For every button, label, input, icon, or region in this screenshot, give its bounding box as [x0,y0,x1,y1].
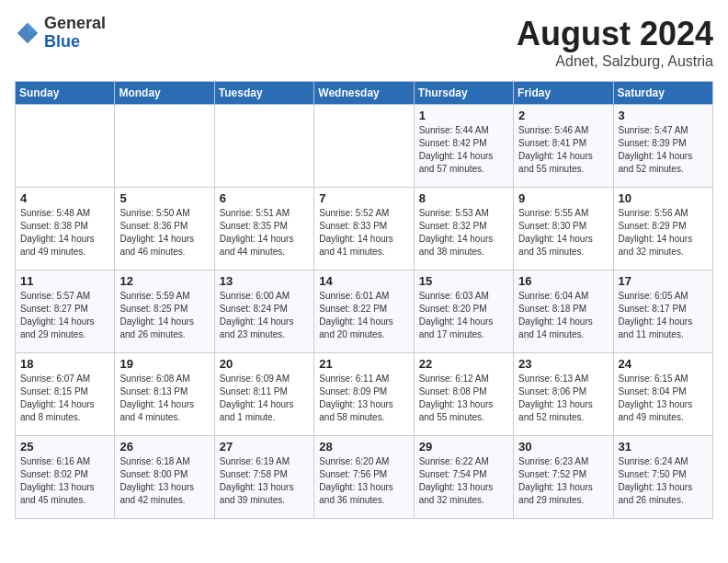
calendar-cell: 8Sunrise: 5:53 AM Sunset: 8:32 PM Daylig… [414,188,513,270]
day-number: 14 [319,274,408,288]
day-number: 7 [319,191,408,205]
calendar-cell: 29Sunrise: 6:22 AM Sunset: 7:54 PM Dayli… [414,436,513,519]
day-info: Sunrise: 6:22 AM Sunset: 7:54 PM Dayligh… [419,455,508,507]
day-info: Sunrise: 6:04 AM Sunset: 8:18 PM Dayligh… [518,290,608,341]
day-number: 26 [119,440,209,454]
calendar-cell: 11Sunrise: 5:57 AM Sunset: 8:27 PM Dayli… [16,270,115,353]
day-info: Sunrise: 5:56 AM Sunset: 8:29 PM Dayligh… [619,207,708,259]
calendar-cell: 9Sunrise: 5:55 AM Sunset: 8:30 PM Daylig… [514,188,613,270]
day-number: 29 [419,440,508,454]
title-block: August 2024 Adnet, Salzburg, Austria [517,15,713,70]
logo-icon [15,20,40,46]
calendar-cell: 18Sunrise: 6:07 AM Sunset: 8:15 PM Dayli… [16,353,115,436]
day-info: Sunrise: 5:53 AM Sunset: 8:32 PM Dayligh… [419,207,508,259]
calendar-cell [314,105,414,188]
week-row-1: 1Sunrise: 5:44 AM Sunset: 8:42 PM Daylig… [16,105,713,188]
day-number: 17 [619,274,708,288]
calendar-table: SundayMondayTuesdayWednesdayThursdayFrid… [15,81,713,519]
day-info: Sunrise: 6:19 AM Sunset: 7:58 PM Dayligh… [220,455,309,507]
day-info: Sunrise: 6:01 AM Sunset: 8:22 PM Dayligh… [319,290,408,341]
calendar-cell: 15Sunrise: 6:03 AM Sunset: 8:20 PM Dayli… [414,270,513,353]
calendar-cell: 21Sunrise: 6:11 AM Sunset: 8:09 PM Dayli… [314,353,414,436]
day-number: 30 [518,440,608,454]
weekday-header-friday: Friday [514,82,613,105]
day-info: Sunrise: 5:57 AM Sunset: 8:27 PM Dayligh… [20,290,109,341]
day-info: Sunrise: 6:11 AM Sunset: 8:09 PM Dayligh… [319,373,408,424]
day-info: Sunrise: 6:09 AM Sunset: 8:11 PM Dayligh… [220,373,309,424]
day-number: 4 [20,191,109,205]
day-info: Sunrise: 6:20 AM Sunset: 7:56 PM Dayligh… [319,455,408,507]
calendar-cell: 1Sunrise: 5:44 AM Sunset: 8:42 PM Daylig… [414,105,513,188]
day-info: Sunrise: 5:51 AM Sunset: 8:35 PM Dayligh… [220,207,309,259]
day-number: 12 [119,274,209,288]
calendar-cell: 17Sunrise: 6:05 AM Sunset: 8:17 PM Dayli… [613,270,712,353]
calendar-cell: 2Sunrise: 5:46 AM Sunset: 8:41 PM Daylig… [514,105,613,188]
weekday-header-wednesday: Wednesday [314,82,414,105]
calendar-cell: 7Sunrise: 5:52 AM Sunset: 8:33 PM Daylig… [314,188,414,270]
day-number: 22 [419,357,508,371]
calendar-cell: 4Sunrise: 5:48 AM Sunset: 8:38 PM Daylig… [16,188,115,270]
week-row-5: 25Sunrise: 6:16 AM Sunset: 8:02 PM Dayli… [16,436,713,519]
weekday-header-saturday: Saturday [613,82,712,105]
calendar-cell: 19Sunrise: 6:08 AM Sunset: 8:13 PM Dayli… [115,353,214,436]
day-number: 28 [319,440,408,454]
weekday-header-tuesday: Tuesday [214,82,313,105]
day-number: 18 [20,357,109,371]
calendar-cell: 28Sunrise: 6:20 AM Sunset: 7:56 PM Dayli… [314,436,414,519]
calendar-cell: 3Sunrise: 5:47 AM Sunset: 8:39 PM Daylig… [613,105,712,188]
calendar-cell: 24Sunrise: 6:15 AM Sunset: 8:04 PM Dayli… [613,353,712,436]
day-number: 16 [518,274,608,288]
weekday-header-monday: Monday [115,82,214,105]
day-info: Sunrise: 6:24 AM Sunset: 7:50 PM Dayligh… [619,455,708,507]
day-number: 9 [518,191,608,205]
day-info: Sunrise: 6:16 AM Sunset: 8:02 PM Dayligh… [20,455,109,507]
day-number: 2 [518,109,608,122]
calendar-cell: 13Sunrise: 6:00 AM Sunset: 8:24 PM Dayli… [214,270,313,353]
day-number: 5 [119,191,209,205]
day-info: Sunrise: 5:52 AM Sunset: 8:33 PM Dayligh… [319,207,408,259]
day-number: 27 [220,440,309,454]
day-info: Sunrise: 5:47 AM Sunset: 8:39 PM Dayligh… [619,124,708,176]
calendar-cell [115,105,214,188]
day-number: 10 [619,191,708,205]
day-info: Sunrise: 6:15 AM Sunset: 8:04 PM Dayligh… [619,373,708,424]
logo-text: General Blue [44,15,106,52]
calendar-cell: 25Sunrise: 6:16 AM Sunset: 8:02 PM Dayli… [16,436,115,519]
day-number: 23 [518,357,608,371]
svg-marker-1 [28,23,38,33]
day-info: Sunrise: 6:13 AM Sunset: 8:06 PM Dayligh… [518,373,608,424]
day-number: 31 [619,440,708,454]
calendar-cell: 10Sunrise: 5:56 AM Sunset: 8:29 PM Dayli… [613,188,712,270]
day-info: Sunrise: 6:00 AM Sunset: 8:24 PM Dayligh… [220,290,309,341]
calendar-cell: 23Sunrise: 6:13 AM Sunset: 8:06 PM Dayli… [514,353,613,436]
day-info: Sunrise: 5:48 AM Sunset: 8:38 PM Dayligh… [20,207,109,259]
calendar-cell: 20Sunrise: 6:09 AM Sunset: 8:11 PM Dayli… [214,353,313,436]
day-info: Sunrise: 6:23 AM Sunset: 7:52 PM Dayligh… [518,455,608,507]
day-number: 1 [419,109,508,122]
day-number: 24 [619,357,708,371]
day-info: Sunrise: 6:08 AM Sunset: 8:13 PM Dayligh… [119,373,209,424]
page-header: General Blue August 2024 Adnet, Salzburg… [15,15,713,70]
day-info: Sunrise: 6:12 AM Sunset: 8:08 PM Dayligh… [419,373,508,424]
day-number: 21 [319,357,408,371]
calendar-cell: 27Sunrise: 6:19 AM Sunset: 7:58 PM Dayli… [214,436,313,519]
calendar-title: August 2024 [517,15,713,53]
week-row-4: 18Sunrise: 6:07 AM Sunset: 8:15 PM Dayli… [16,353,713,436]
calendar-cell [16,105,115,188]
day-number: 13 [220,274,309,288]
week-row-3: 11Sunrise: 5:57 AM Sunset: 8:27 PM Dayli… [16,270,713,353]
day-number: 15 [419,274,508,288]
calendar-cell: 31Sunrise: 6:24 AM Sunset: 7:50 PM Dayli… [613,436,712,519]
calendar-subtitle: Adnet, Salzburg, Austria [517,53,713,70]
day-number: 6 [220,191,309,205]
day-info: Sunrise: 5:44 AM Sunset: 8:42 PM Dayligh… [419,124,508,176]
weekday-header-row: SundayMondayTuesdayWednesdayThursdayFrid… [16,82,713,105]
weekday-header-thursday: Thursday [414,82,513,105]
calendar-cell: 14Sunrise: 6:01 AM Sunset: 8:22 PM Dayli… [314,270,414,353]
day-number: 20 [220,357,309,371]
day-info: Sunrise: 5:55 AM Sunset: 8:30 PM Dayligh… [518,207,608,259]
logo: General Blue [15,15,106,52]
day-number: 3 [619,109,708,122]
day-info: Sunrise: 6:03 AM Sunset: 8:20 PM Dayligh… [419,290,508,341]
calendar-cell: 6Sunrise: 5:51 AM Sunset: 8:35 PM Daylig… [214,188,313,270]
